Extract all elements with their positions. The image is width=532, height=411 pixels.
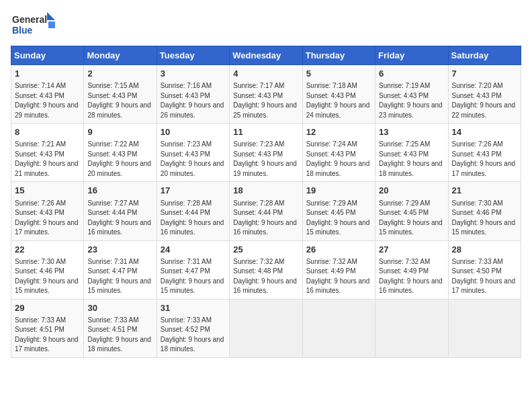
day-info: Sunrise: 7:33 AM Sunset: 4:51 PM Dayligh… xyxy=(87,316,152,355)
calendar-day-cell: 26Sunrise: 7:32 AM Sunset: 4:49 PM Dayli… xyxy=(302,240,375,299)
calendar-day-cell: 29Sunrise: 7:33 AM Sunset: 4:51 PM Dayli… xyxy=(11,299,84,357)
day-number: 13 xyxy=(379,126,444,138)
calendar-day-cell: 7Sunrise: 7:20 AM Sunset: 4:43 PM Daylig… xyxy=(448,65,521,124)
calendar-day-cell: 11Sunrise: 7:23 AM Sunset: 4:43 PM Dayli… xyxy=(230,124,302,182)
day-number: 3 xyxy=(161,68,226,80)
calendar-header-cell: Tuesday xyxy=(157,46,229,65)
day-number: 21 xyxy=(452,185,517,197)
calendar-header-cell: Sunday xyxy=(11,46,84,65)
day-info: Sunrise: 7:30 AM Sunset: 4:46 PM Dayligh… xyxy=(15,257,80,296)
day-info: Sunrise: 7:26 AM Sunset: 4:43 PM Dayligh… xyxy=(15,199,80,238)
calendar-day-cell: 23Sunrise: 7:31 AM Sunset: 4:47 PM Dayli… xyxy=(84,240,157,299)
day-number: 11 xyxy=(233,126,298,138)
calendar-day-cell: 2Sunrise: 7:15 AM Sunset: 4:43 PM Daylig… xyxy=(84,65,157,124)
calendar-day-cell: 16Sunrise: 7:27 AM Sunset: 4:44 PM Dayli… xyxy=(84,182,157,240)
day-info: Sunrise: 7:16 AM Sunset: 4:43 PM Dayligh… xyxy=(161,81,226,120)
day-info: Sunrise: 7:23 AM Sunset: 4:43 PM Dayligh… xyxy=(233,140,298,179)
calendar-day-cell: 31Sunrise: 7:33 AM Sunset: 4:52 PM Dayli… xyxy=(157,299,229,357)
calendar-table: SundayMondayTuesdayWednesdayThursdayFrid… xyxy=(11,46,521,358)
day-number: 7 xyxy=(452,68,517,80)
calendar-week-row: 8Sunrise: 7:21 AM Sunset: 4:43 PM Daylig… xyxy=(11,124,521,182)
day-info: Sunrise: 7:29 AM Sunset: 4:45 PM Dayligh… xyxy=(306,199,371,238)
day-number: 6 xyxy=(379,68,444,80)
day-number: 1 xyxy=(15,68,80,80)
calendar-day-cell: 1Sunrise: 7:14 AM Sunset: 4:43 PM Daylig… xyxy=(11,65,84,124)
day-info: Sunrise: 7:28 AM Sunset: 4:44 PM Dayligh… xyxy=(233,199,298,238)
svg-marker-2 xyxy=(47,12,55,20)
day-info: Sunrise: 7:28 AM Sunset: 4:44 PM Dayligh… xyxy=(161,199,226,238)
page-header: General Blue xyxy=(11,11,521,40)
day-number: 25 xyxy=(233,244,298,256)
day-number: 26 xyxy=(306,244,371,256)
day-info: Sunrise: 7:33 AM Sunset: 4:52 PM Dayligh… xyxy=(161,316,226,355)
calendar-day-cell: 21Sunrise: 7:30 AM Sunset: 4:46 PM Dayli… xyxy=(448,182,521,240)
day-info: Sunrise: 7:32 AM Sunset: 4:49 PM Dayligh… xyxy=(306,257,371,296)
calendar-header-cell: Friday xyxy=(375,46,448,65)
day-number: 12 xyxy=(306,126,371,138)
day-info: Sunrise: 7:22 AM Sunset: 4:43 PM Dayligh… xyxy=(87,140,152,179)
calendar-day-cell: 18Sunrise: 7:28 AM Sunset: 4:44 PM Dayli… xyxy=(230,182,302,240)
day-number: 29 xyxy=(15,302,80,314)
calendar-day-cell: 10Sunrise: 7:23 AM Sunset: 4:43 PM Dayli… xyxy=(157,124,229,182)
calendar-day-cell: 5Sunrise: 7:18 AM Sunset: 4:43 PM Daylig… xyxy=(302,65,375,124)
day-number: 5 xyxy=(306,68,371,80)
calendar-day-cell xyxy=(448,299,521,357)
day-number: 23 xyxy=(87,244,152,256)
day-number: 27 xyxy=(379,244,444,256)
day-info: Sunrise: 7:27 AM Sunset: 4:44 PM Dayligh… xyxy=(87,199,152,238)
day-info: Sunrise: 7:26 AM Sunset: 4:43 PM Dayligh… xyxy=(452,140,517,179)
calendar-header-cell: Monday xyxy=(84,46,157,65)
calendar-week-row: 29Sunrise: 7:33 AM Sunset: 4:51 PM Dayli… xyxy=(11,299,521,357)
day-info: Sunrise: 7:33 AM Sunset: 4:50 PM Dayligh… xyxy=(452,257,517,296)
day-info: Sunrise: 7:32 AM Sunset: 4:49 PM Dayligh… xyxy=(379,257,444,296)
calendar-week-row: 1Sunrise: 7:14 AM Sunset: 4:43 PM Daylig… xyxy=(11,65,521,124)
calendar-header-cell: Saturday xyxy=(448,46,521,65)
logo: General Blue xyxy=(11,11,58,40)
day-number: 19 xyxy=(306,185,371,197)
day-info: Sunrise: 7:31 AM Sunset: 4:47 PM Dayligh… xyxy=(161,257,226,296)
day-info: Sunrise: 7:33 AM Sunset: 4:51 PM Dayligh… xyxy=(15,316,80,355)
day-number: 15 xyxy=(15,185,80,197)
calendar-day-cell: 28Sunrise: 7:33 AM Sunset: 4:50 PM Dayli… xyxy=(448,240,521,299)
calendar-day-cell xyxy=(230,299,302,357)
calendar-day-cell: 25Sunrise: 7:32 AM Sunset: 4:48 PM Dayli… xyxy=(230,240,302,299)
day-number: 24 xyxy=(161,244,226,256)
day-info: Sunrise: 7:21 AM Sunset: 4:43 PM Dayligh… xyxy=(15,140,80,179)
calendar-day-cell xyxy=(375,299,448,357)
day-info: Sunrise: 7:29 AM Sunset: 4:45 PM Dayligh… xyxy=(379,199,444,238)
calendar-day-cell: 4Sunrise: 7:17 AM Sunset: 4:43 PM Daylig… xyxy=(230,65,302,124)
calendar-day-cell: 27Sunrise: 7:32 AM Sunset: 4:49 PM Dayli… xyxy=(375,240,448,299)
svg-marker-3 xyxy=(48,21,55,28)
day-number: 4 xyxy=(233,68,298,80)
day-number: 16 xyxy=(87,185,152,197)
day-info: Sunrise: 7:20 AM Sunset: 4:43 PM Dayligh… xyxy=(452,81,517,120)
day-info: Sunrise: 7:17 AM Sunset: 4:43 PM Dayligh… xyxy=(233,81,298,120)
calendar-day-cell: 19Sunrise: 7:29 AM Sunset: 4:45 PM Dayli… xyxy=(302,182,375,240)
calendar-day-cell: 9Sunrise: 7:22 AM Sunset: 4:43 PM Daylig… xyxy=(84,124,157,182)
calendar-day-cell: 12Sunrise: 7:24 AM Sunset: 4:43 PM Dayli… xyxy=(302,124,375,182)
svg-text:General: General xyxy=(12,14,47,25)
day-info: Sunrise: 7:32 AM Sunset: 4:48 PM Dayligh… xyxy=(233,257,298,296)
calendar-day-cell xyxy=(302,299,375,357)
day-number: 8 xyxy=(15,126,80,138)
calendar-day-cell: 30Sunrise: 7:33 AM Sunset: 4:51 PM Dayli… xyxy=(84,299,157,357)
day-info: Sunrise: 7:24 AM Sunset: 4:43 PM Dayligh… xyxy=(306,140,371,179)
day-number: 17 xyxy=(161,185,226,197)
calendar-day-cell: 15Sunrise: 7:26 AM Sunset: 4:43 PM Dayli… xyxy=(11,182,84,240)
calendar-header-cell: Wednesday xyxy=(230,46,302,65)
calendar-week-row: 15Sunrise: 7:26 AM Sunset: 4:43 PM Dayli… xyxy=(11,182,521,240)
calendar-day-cell: 24Sunrise: 7:31 AM Sunset: 4:47 PM Dayli… xyxy=(157,240,229,299)
day-info: Sunrise: 7:14 AM Sunset: 4:43 PM Dayligh… xyxy=(15,81,80,120)
calendar-day-cell: 13Sunrise: 7:25 AM Sunset: 4:43 PM Dayli… xyxy=(375,124,448,182)
day-number: 2 xyxy=(87,68,152,80)
calendar-day-cell: 6Sunrise: 7:19 AM Sunset: 4:43 PM Daylig… xyxy=(375,65,448,124)
calendar-header-row: SundayMondayTuesdayWednesdayThursdayFrid… xyxy=(11,46,521,65)
day-number: 18 xyxy=(233,185,298,197)
day-info: Sunrise: 7:25 AM Sunset: 4:43 PM Dayligh… xyxy=(379,140,444,179)
day-number: 20 xyxy=(379,185,444,197)
calendar-day-cell: 3Sunrise: 7:16 AM Sunset: 4:43 PM Daylig… xyxy=(157,65,229,124)
day-info: Sunrise: 7:31 AM Sunset: 4:47 PM Dayligh… xyxy=(87,257,152,296)
calendar-week-row: 22Sunrise: 7:30 AM Sunset: 4:46 PM Dayli… xyxy=(11,240,521,299)
day-number: 14 xyxy=(452,126,517,138)
day-number: 30 xyxy=(87,302,152,314)
